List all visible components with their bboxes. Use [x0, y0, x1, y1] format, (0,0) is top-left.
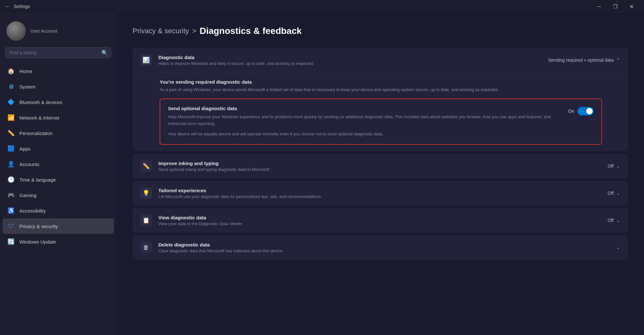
accessibility-icon: ♿	[7, 207, 15, 215]
search-icon: 🔍	[101, 50, 108, 56]
sidebar-item-apps[interactable]: 🟦 Apps	[3, 141, 114, 156]
chevron-icon-delete-data: ⌄	[616, 245, 620, 250]
time-icon: 🕐	[7, 176, 15, 183]
sidebar-item-windows-update[interactable]: 🔄 Windows Update	[3, 234, 114, 249]
status-text-inking: Off	[608, 163, 614, 169]
home-icon: 🏠	[7, 67, 15, 75]
sidebar-label-system: System	[19, 84, 36, 89]
sidebar-item-bluetooth[interactable]: 🔷 Bluetooth & devices	[3, 94, 114, 110]
optional-diagnostic-box: Send optional diagnostic data Help Micro…	[160, 99, 602, 145]
title-group-tailored: Tailored experiences Let Microsoft use y…	[158, 188, 601, 199]
sidebar-label-home: Home	[19, 68, 32, 74]
back-icon[interactable]: ←	[5, 4, 10, 9]
sidebar-item-accessibility[interactable]: ♿ Accessibility	[3, 203, 114, 218]
subtitle-tailored: Let Microsoft use your diagnostic data f…	[158, 194, 601, 199]
section-header-tailored[interactable]: 💡 Tailored experiences Let Microsoft use…	[132, 181, 628, 205]
personalization-icon: ✏️	[7, 129, 15, 137]
privacy-icon: 🛡	[7, 222, 15, 230]
sidebar-label-bluetooth: Bluetooth & devices	[19, 99, 62, 105]
diagnostic-subtitle: Helps to improve Windows and keep it sec…	[158, 61, 542, 66]
maximize-button[interactable]: ❐	[608, 1, 623, 12]
sidebar-item-home[interactable]: 🏠 Home	[3, 63, 114, 79]
network-icon: 📶	[7, 114, 15, 121]
status-view-data: Off ⌄	[608, 218, 620, 223]
section-delete-data: 🗑 Delete diagnostic data Clear diagnosti…	[132, 235, 628, 260]
gaming-icon: 🎮	[7, 191, 15, 199]
breadcrumb: Privacy & security > Diagnostics & feedb…	[132, 26, 628, 36]
sidebar-item-gaming[interactable]: 🎮 Gaming	[3, 187, 114, 203]
window-title: Settings	[14, 4, 30, 9]
subtitle-delete-data: Clear diagnostic data that Microsoft has…	[158, 248, 607, 253]
sidebar-item-network[interactable]: 📶 Network & internet	[3, 110, 114, 125]
breadcrumb-parent[interactable]: Privacy & security	[132, 27, 189, 35]
titlebar-left: ← Settings	[5, 4, 30, 9]
toggle-label: On	[568, 109, 574, 114]
optional-note: Your device will be equally secure and w…	[168, 131, 555, 138]
chevron-icon-tailored: ⌄	[616, 191, 620, 196]
sidebar-label-time: Time & language	[19, 177, 56, 183]
diagnostic-status-text: Sending required + optional data	[548, 58, 614, 63]
required-title: You're sending required diagnostic data	[160, 79, 602, 85]
toggle-thumb	[586, 108, 593, 114]
breadcrumb-current: Diagnostics & feedback	[200, 26, 302, 36]
sidebar-label-windows-update: Windows Update	[19, 239, 56, 245]
optional-title: Send optional diagnostic data	[168, 106, 555, 111]
status-text-view-data: Off	[608, 218, 614, 223]
sidebar-label-apps: Apps	[19, 146, 30, 152]
search-input[interactable]	[5, 47, 111, 58]
sidebar-item-time[interactable]: 🕐 Time & language	[3, 172, 114, 187]
profile-name: User Account	[30, 28, 57, 34]
search-box: 🔍	[5, 47, 111, 58]
status-delete-data: ⌄	[614, 245, 620, 250]
sidebar-item-privacy[interactable]: 🛡 Privacy & security	[3, 218, 114, 234]
optional-diagnostic-toggle[interactable]	[577, 107, 594, 115]
apps-icon: 🟦	[7, 145, 15, 152]
sidebar-label-gaming: Gaming	[19, 193, 37, 198]
diagnostic-data-header[interactable]: 📊 Diagnostic data Helps to improve Windo…	[132, 48, 628, 73]
section-tailored: 💡 Tailored experiences Let Microsoft use…	[132, 181, 628, 205]
minimize-button[interactable]: ─	[592, 1, 607, 12]
other-sections: ✏️ Improve inking and typing Send option…	[132, 154, 628, 260]
sidebar-nav: 🏠 Home 🖥 System 🔷 Bluetooth & devices 📶 …	[0, 63, 116, 330]
tailored-icon: 💡	[140, 187, 152, 199]
required-description: As a part of using Windows, your device …	[160, 87, 602, 93]
sidebar-item-system[interactable]: 🖥 System	[3, 79, 114, 94]
sidebar: User Account 🔍 🏠 Home 🖥 System 🔷 Bluetoo…	[0, 13, 116, 335]
title-group-inking: Improve inking and typing Send optional …	[158, 161, 601, 172]
optional-description: Help Microsoft improve your Windows expe…	[168, 114, 555, 127]
title-group-delete-data: Delete diagnostic data Clear diagnostic …	[158, 242, 607, 253]
optional-toggle-wrap: On	[568, 106, 594, 115]
title-delete-data: Delete diagnostic data	[158, 242, 607, 247]
chevron-icon-inking: ⌄	[616, 163, 620, 169]
inking-icon: ✏️	[140, 160, 152, 172]
section-header-delete-data[interactable]: 🗑 Delete diagnostic data Clear diagnosti…	[132, 235, 628, 260]
close-button[interactable]: ✕	[624, 1, 639, 12]
sidebar-item-accounts[interactable]: 👤 Accounts	[3, 156, 114, 172]
title-tailored: Tailored experiences	[158, 188, 601, 193]
section-header-inking[interactable]: ✏️ Improve inking and typing Send option…	[132, 154, 628, 178]
system-icon: 🖥	[7, 83, 15, 90]
accounts-icon: 👤	[7, 160, 15, 168]
chevron-icon-view-data: ⌄	[616, 218, 620, 223]
sidebar-item-personalization[interactable]: ✏️ Personalization	[3, 125, 114, 141]
diagnostic-title: Diagnostic data	[158, 55, 542, 60]
title-inking: Improve inking and typing	[158, 161, 601, 166]
subtitle-inking: Send optional inking and typing diagnost…	[158, 167, 601, 172]
diagnostic-title-group: Diagnostic data Helps to improve Windows…	[158, 55, 542, 66]
diagnostic-status: Sending required + optional data ⌃	[548, 58, 620, 63]
title-view-data: View diagnostic data	[158, 215, 601, 220]
view-data-icon: 📋	[140, 215, 152, 226]
sidebar-label-network: Network & internet	[19, 115, 59, 120]
titlebar-controls: ─ ❐ ✕	[592, 1, 639, 12]
diagnostic-icon: 📊	[140, 54, 152, 66]
sidebar-label-accounts: Accounts	[19, 162, 39, 167]
chevron-up-icon: ⌃	[616, 58, 620, 63]
sidebar-profile: User Account	[0, 18, 116, 47]
bluetooth-icon: 🔷	[7, 98, 15, 106]
avatar-image	[6, 21, 26, 41]
title-group-view-data: View diagnostic data View your data in t…	[158, 215, 601, 226]
section-header-view-data[interactable]: 📋 View diagnostic data View your data in…	[132, 208, 628, 233]
main-layout: User Account 🔍 🏠 Home 🖥 System 🔷 Bluetoo…	[0, 13, 644, 335]
titlebar: ← Settings ─ ❐ ✕	[0, 0, 644, 13]
sidebar-label-privacy: Privacy & security	[19, 224, 58, 229]
